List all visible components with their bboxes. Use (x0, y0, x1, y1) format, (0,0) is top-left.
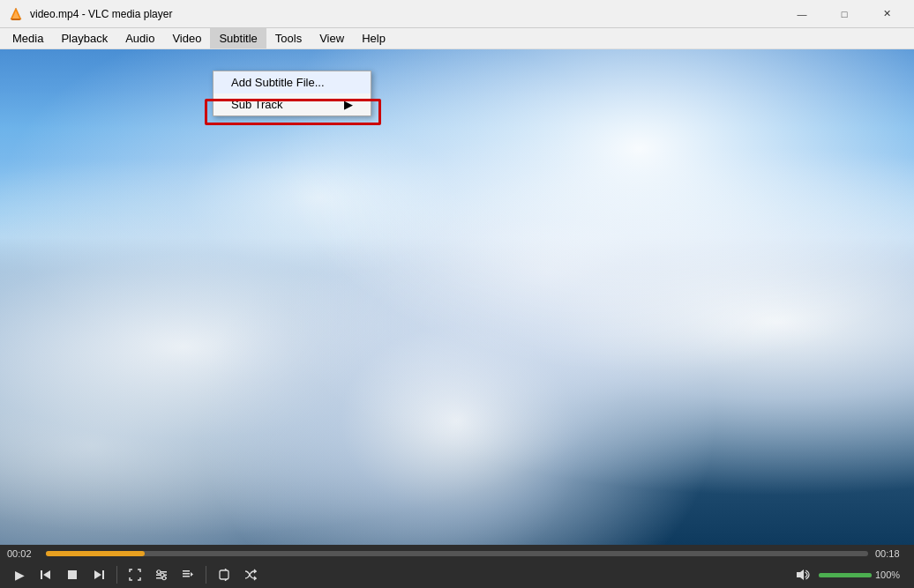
svg-marker-20 (797, 569, 804, 580)
menu-help[interactable]: Help (353, 28, 394, 48)
submenu-arrow-icon: ▶ (344, 98, 353, 111)
svg-point-11 (157, 570, 161, 574)
volume-area: 100% (790, 562, 907, 587)
svg-rect-2 (11, 19, 20, 20)
svg-rect-14 (183, 570, 190, 572)
app-icon (7, 5, 25, 23)
svg-marker-17 (191, 572, 193, 577)
menu-media[interactable]: Media (4, 28, 52, 48)
volume-bar[interactable] (819, 573, 872, 577)
svg-rect-16 (183, 576, 190, 577)
svg-marker-7 (94, 570, 101, 579)
svg-rect-5 (68, 570, 77, 579)
svg-point-13 (162, 577, 166, 580)
progress-row: 00:02 00:18 (7, 548, 907, 559)
title-bar: video.mp4 - VLC media player — □ ✕ (0, 0, 914, 28)
stop-icon (67, 569, 78, 580)
random-icon (244, 569, 257, 581)
loop-button[interactable] (212, 562, 236, 587)
vlc-cone-icon (9, 7, 23, 21)
progress-bar[interactable] (46, 551, 868, 556)
controls-row: ▶ (7, 562, 907, 587)
extended-settings-icon (155, 569, 168, 581)
stop-button[interactable] (60, 562, 85, 587)
svg-rect-3 (41, 570, 42, 579)
video-area: Add Subtitle File... Sub Track ▶ (0, 49, 914, 545)
fullscreen-button[interactable] (123, 562, 147, 587)
next-icon (93, 569, 105, 581)
add-subtitle-file-item[interactable]: Add Subtitle File... (214, 71, 371, 93)
control-bar: 00:02 00:18 ▶ (0, 545, 914, 588)
svg-marker-4 (43, 570, 50, 579)
volume-label: 100% (875, 569, 907, 580)
prev-button[interactable] (34, 562, 58, 587)
menu-bar: Media Playback Audio Video Subtitle Tool… (0, 28, 914, 49)
volume-fill (819, 573, 872, 577)
subtitle-dropdown: Add Subtitle File... Sub Track ▶ (213, 71, 371, 116)
time-current: 00:02 (7, 548, 39, 559)
maximize-button[interactable]: □ (824, 0, 865, 28)
progress-fill (46, 551, 145, 556)
prev-icon (40, 569, 52, 581)
minimize-button[interactable]: — (782, 0, 822, 28)
menu-audio[interactable]: Audio (116, 28, 163, 48)
svg-rect-15 (183, 573, 190, 575)
separator-2 (206, 566, 206, 584)
sub-track-item[interactable]: Sub Track ▶ (214, 93, 371, 115)
extended-settings-button[interactable] (149, 562, 174, 587)
loop-icon (218, 569, 230, 581)
random-button[interactable] (238, 562, 263, 587)
time-total: 00:18 (875, 548, 907, 559)
volume-button[interactable] (790, 562, 815, 587)
playlist-icon (182, 569, 194, 581)
playlist-button[interactable] (176, 562, 200, 587)
window-controls: — □ ✕ (782, 0, 907, 28)
menu-subtitle[interactable]: Subtitle (210, 28, 266, 48)
video-content (0, 49, 914, 545)
menu-video[interactable]: Video (163, 28, 210, 48)
menu-tools[interactable]: Tools (266, 28, 311, 48)
volume-icon (796, 568, 810, 582)
separator-1 (116, 566, 117, 584)
window-title: video.mp4 - VLC media player (30, 8, 782, 20)
menu-playback[interactable]: Playback (52, 28, 116, 48)
play-button[interactable]: ▶ (7, 562, 32, 587)
close-button[interactable]: ✕ (866, 0, 907, 28)
svg-rect-6 (102, 570, 104, 579)
menu-view[interactable]: View (311, 28, 353, 48)
next-button[interactable] (86, 562, 111, 587)
fullscreen-icon (129, 569, 141, 581)
